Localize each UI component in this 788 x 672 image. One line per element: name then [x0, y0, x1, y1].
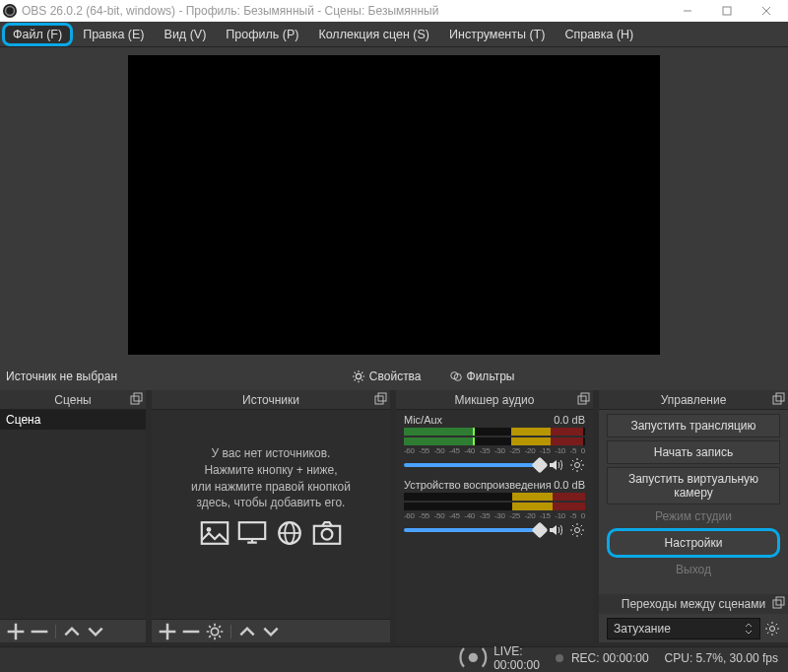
menu-profile[interactable]: Профиль (P): [216, 24, 308, 45]
mixer-channel: Mic/Aux0.0 dB -60-55-50-45-40-35-30-25-2…: [396, 410, 593, 475]
image-icon: [200, 521, 230, 545]
settings-button[interactable]: Настройки: [607, 528, 780, 558]
start-virtual-cam-button[interactable]: Запустить виртуальную камеру: [607, 467, 780, 504]
dock-transitions-header: Переходы между сценами: [599, 594, 788, 614]
sources-empty-message: У вас нет источников. Нажмите кнопку + н…: [152, 410, 390, 553]
scene-up-button[interactable]: [62, 623, 82, 640]
remove-scene-button[interactable]: [30, 623, 49, 640]
dock-sources: Источники У вас нет источников. Нажмите …: [152, 390, 390, 642]
gear-icon: [352, 370, 365, 383]
dock-scenes-header: Сцены: [0, 390, 146, 410]
svg-point-24: [575, 528, 580, 533]
popout-icon[interactable]: [771, 392, 785, 406]
audio-meter: [404, 493, 585, 501]
broadcast-icon: [457, 641, 490, 672]
sources-list[interactable]: У вас нет источников. Нажмите кнопку + н…: [152, 410, 390, 619]
svg-rect-15: [239, 522, 265, 539]
source-toolbar: Источник не выбран Свойства Фильтры: [0, 363, 788, 390]
popout-icon[interactable]: [373, 392, 387, 406]
obs-logo-icon: [2, 3, 18, 19]
menu-file[interactable]: Файл (F): [2, 23, 73, 46]
svg-rect-9: [131, 396, 139, 404]
channel-db: 0.0 dB: [554, 414, 585, 426]
svg-rect-10: [134, 393, 142, 401]
add-scene-button[interactable]: [6, 623, 26, 640]
popout-icon[interactable]: [576, 392, 590, 406]
audio-meter: [404, 437, 585, 445]
svg-point-14: [207, 527, 212, 532]
svg-rect-26: [776, 393, 784, 401]
svg-point-20: [211, 628, 218, 635]
camera-icon: [312, 521, 342, 545]
popout-icon[interactable]: [129, 392, 143, 406]
gear-icon[interactable]: [764, 621, 780, 637]
meter-scale: -60-55-50-45-40-35-30-25-20-15-10-50: [404, 446, 585, 455]
filters-icon: [449, 370, 463, 383]
globe-icon: [275, 521, 304, 545]
status-live: LIVE: 00:00:00: [457, 641, 539, 672]
audio-meter: [404, 503, 585, 510]
dock-controls-header: Управление: [599, 390, 788, 410]
svg-rect-28: [776, 597, 784, 605]
svg-rect-11: [375, 396, 383, 404]
window-title: OBS 26.0.2 (64-bit, windows) - Профиль: …: [22, 4, 668, 18]
svg-point-23: [575, 463, 580, 468]
scene-item[interactable]: Сцена: [0, 410, 146, 430]
svg-point-29: [770, 627, 775, 632]
status-cpu: CPU: 5.7%, 30.00 fps: [665, 651, 778, 665]
menu-edit[interactable]: Правка (E): [73, 24, 154, 45]
svg-rect-12: [378, 393, 386, 401]
gear-icon[interactable]: [569, 522, 585, 538]
dock-mixer-header: Микшер аудио: [396, 390, 593, 410]
svg-rect-22: [581, 393, 589, 401]
source-settings-button[interactable]: [205, 623, 225, 640]
audio-meter: [404, 428, 585, 436]
dock-controls: Управление Запустить трансляцию Начать з…: [599, 390, 788, 642]
popout-icon[interactable]: [771, 596, 785, 610]
studio-mode-button[interactable]: Режим студии: [607, 507, 780, 525]
transition-select[interactable]: Затухание: [607, 618, 760, 639]
properties-button[interactable]: Свойства: [344, 367, 429, 386]
dock-sources-header: Источники: [152, 390, 390, 410]
gear-icon[interactable]: [569, 457, 585, 473]
status-rec: REC: 00:00:00: [556, 651, 649, 665]
dock-mixer: Микшер аудио Mic/Aux0.0 dB -60-55-50-45-…: [396, 390, 593, 642]
svg-point-30: [469, 653, 478, 662]
scene-down-button[interactable]: [86, 623, 105, 640]
meter-scale: -60-55-50-45-40-35-30-25-20-15-10-50: [404, 511, 585, 520]
filters-button[interactable]: Фильтры: [441, 367, 523, 386]
window-controls: [668, 0, 786, 22]
menu-scene-collection[interactable]: Коллекция сцен (S): [308, 24, 439, 45]
svg-point-19: [322, 529, 333, 540]
close-button[interactable]: [747, 0, 786, 22]
preview-canvas[interactable]: [128, 55, 660, 355]
add-source-button[interactable]: [158, 623, 177, 640]
menubar: Файл (F) Правка (E) Вид (V) Профиль (P) …: [0, 22, 788, 47]
menu-view[interactable]: Вид (V): [155, 24, 217, 45]
svg-rect-13: [202, 522, 228, 544]
sources-toolbar: [152, 619, 390, 642]
menu-tools[interactable]: Инструменты (T): [439, 24, 555, 45]
menu-help[interactable]: Справка (H): [555, 24, 643, 45]
start-streaming-button[interactable]: Запустить трансляцию: [607, 414, 780, 437]
scenes-list[interactable]: Сцена: [0, 410, 146, 619]
dock-transitions: Переходы между сценами Затухание Длитель…: [599, 594, 788, 642]
volume-slider[interactable]: [404, 528, 542, 532]
start-recording-button[interactable]: Начать запись: [607, 440, 780, 464]
speaker-icon[interactable]: [548, 457, 563, 473]
remove-source-button[interactable]: [181, 623, 201, 640]
dock-scenes: Сцены Сцена: [0, 390, 146, 642]
channel-db: 0.0 dB: [554, 479, 585, 491]
source-down-button[interactable]: [261, 623, 281, 640]
exit-button[interactable]: Выход: [607, 561, 780, 578]
maximize-button[interactable]: [707, 0, 747, 22]
svg-rect-21: [578, 396, 586, 404]
volume-slider[interactable]: [404, 463, 542, 467]
minimize-button[interactable]: [668, 0, 707, 22]
source-up-button[interactable]: [237, 623, 257, 640]
speaker-icon[interactable]: [548, 522, 563, 538]
channel-name: Устройство воспроизведения: [404, 479, 552, 491]
preview-area: [0, 47, 788, 363]
updown-icon: [744, 623, 754, 635]
mixer-body: Mic/Aux0.0 dB -60-55-50-45-40-35-30-25-2…: [396, 410, 593, 642]
